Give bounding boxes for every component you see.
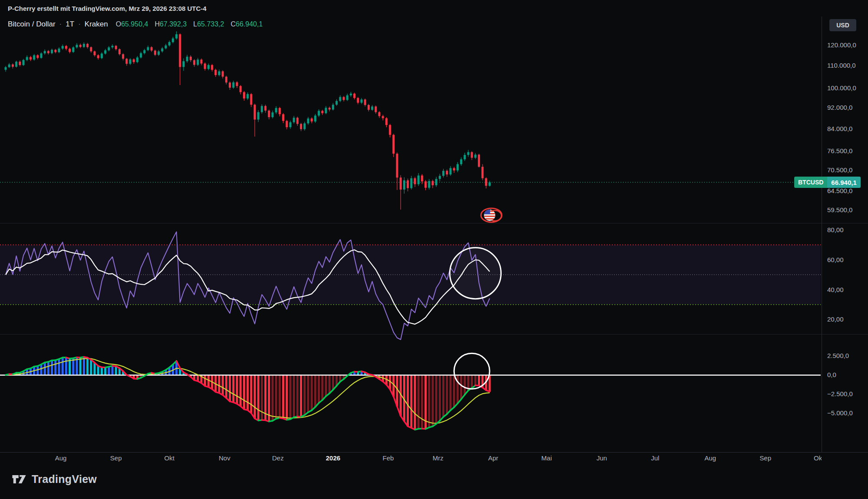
time-scale[interactable]: AugSepOktNovDez2026FebMrzAprMaiJunJulAug…	[0, 453, 822, 464]
close-value: 66.940,1	[236, 20, 263, 28]
time-tick: Feb	[383, 453, 394, 464]
time-tick: Jul	[651, 453, 659, 464]
price-tick: 70.500,0	[827, 166, 852, 174]
price-tick: 120.000,0	[827, 41, 856, 49]
exchange-label: Kraken	[85, 20, 108, 29]
time-tick: Okt	[814, 453, 822, 464]
price-tick: 64.500,0	[827, 187, 852, 195]
last-price-value: 66.940,1	[827, 177, 860, 188]
symbol-title[interactable]: Bitcoin / Dollar · 1T · Kraken	[8, 20, 108, 29]
time-tick: 2026	[326, 453, 340, 464]
time-tick: Dez	[272, 453, 284, 464]
time-tick: Okt	[164, 453, 174, 464]
last-price-symbol: BTCUSD	[794, 177, 827, 188]
low-value: 65.733,2	[197, 20, 224, 28]
chart-legend: Bitcoin / Dollar · 1T · Kraken O65.950,4…	[8, 20, 263, 29]
price-tick: 110.000,0	[827, 62, 856, 69]
price-tick: 100.000,0	[827, 84, 856, 92]
low-label: L	[193, 20, 197, 28]
rsi-tick: 40,00	[827, 286, 844, 294]
time-tick: Mai	[541, 453, 552, 464]
high-value: 67.392,3	[160, 20, 187, 28]
macd-tick: −5.000,0	[827, 409, 853, 417]
rsi-tick: 80,00	[827, 226, 844, 234]
tradingview-wordmark: TradingView	[32, 473, 97, 486]
price-tick: 92.000,0	[827, 104, 852, 112]
open-value: 65.950,4	[121, 20, 148, 28]
rsi-highlight-circle	[450, 248, 501, 299]
time-tick: Sep	[760, 453, 771, 464]
chart-canvas[interactable]	[0, 0, 868, 499]
currency-toggle-button[interactable]: USD	[829, 19, 856, 31]
tradingview-brand[interactable]: TradingView	[11, 473, 97, 486]
price-tick: 76.500,0	[827, 147, 852, 155]
ohlc-readout: O65.950,4 H67.392,3 L65.733,2 C66.940,1	[116, 20, 263, 28]
open-label: O	[116, 20, 121, 28]
time-tick: Sep	[110, 453, 122, 464]
price-tick: 59.500,0	[827, 206, 852, 214]
trading-chart-app: P-Cherry erstellt mit TradingView.com, M…	[0, 0, 868, 499]
last-price-label: BTCUSD 66.940,1	[794, 177, 861, 188]
high-label: H	[155, 20, 160, 28]
rsi-tick: 20,00	[827, 315, 844, 323]
macd-tick: 2.500,0	[827, 352, 849, 360]
macd-tick: −2.500,0	[827, 390, 853, 398]
time-tick: Aug	[55, 453, 67, 464]
time-tick: Apr	[488, 453, 498, 464]
time-tick: Nov	[219, 453, 230, 464]
price-tick: 84.000,0	[827, 125, 852, 133]
symbol-name: Bitcoin / Dollar	[8, 20, 56, 29]
time-tick: Aug	[704, 453, 716, 464]
time-tick: Jun	[596, 453, 607, 464]
close-label: C	[230, 20, 236, 28]
creator-caption: P-Cherry erstellt mit TradingView.com, M…	[0, 0, 868, 16]
price-scale[interactable]: 120.000,0110.000,0100.000,092.000,084.00…	[822, 0, 868, 499]
macd-tick: 0,0	[827, 371, 836, 379]
time-tick: Mrz	[433, 453, 444, 464]
legend-separator: ·	[78, 20, 81, 29]
tradingview-logo-icon	[11, 473, 27, 486]
rsi-tick: 60,00	[827, 256, 844, 264]
interval-label: 1T	[66, 20, 74, 29]
legend-separator: ·	[59, 20, 62, 29]
